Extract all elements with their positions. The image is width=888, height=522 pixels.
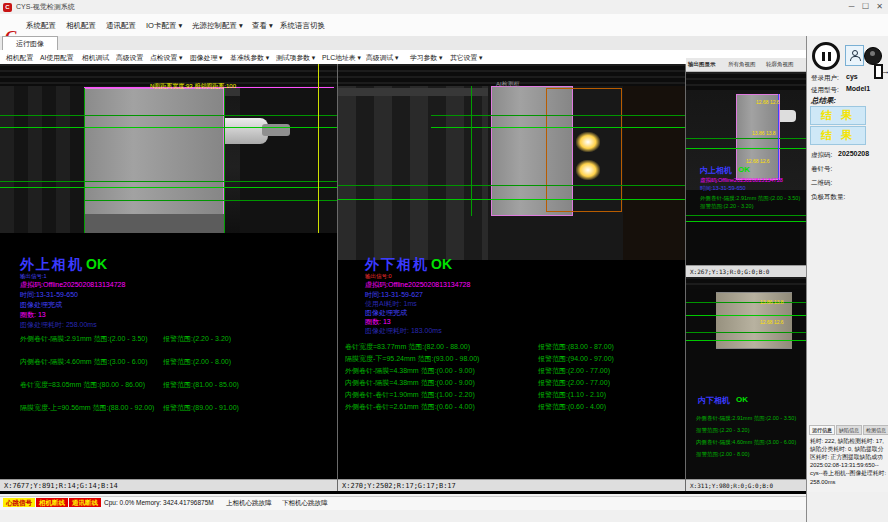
log-tab-defect[interactable]: 缺陷信息: [836, 425, 862, 435]
mini-top-measure: 外侧卷针-隔膜:2.91mm 范围:(2.00 - 3.50): [700, 195, 800, 202]
log-text: 耗时: 222, 缺陷检测耗时: 17, 缺陷分类耗时: 0, 缺陷提取分区耗时…: [807, 435, 888, 492]
tool-spotcheck-set[interactable]: 点检设置 ▾: [150, 53, 183, 63]
center-status-ok: OK: [431, 256, 452, 272]
center-alarm-row: 报警范围:(2.00 - 77.00): [538, 378, 610, 388]
menu-light-config[interactable]: 光源控制配置 ▾: [192, 21, 243, 31]
left-time: 时间:13-31-59-650: [20, 290, 78, 300]
mini-bottom-measure: 外侧卷针-隔膜:2.91mm 范围:(2.00 - 3.50): [696, 415, 796, 422]
left-signal: 输出信号:1: [20, 273, 47, 280]
tool-camera-config[interactable]: 相机配置: [6, 53, 33, 63]
center-alarm-row: 报警范围:(94.00 - 97.00): [538, 354, 614, 364]
pause-icon: [822, 52, 825, 61]
mini-tab-output[interactable]: 输出图显示: [688, 61, 716, 68]
app-window: C CYS-视觉检测系统 ─ ☐ ✕ C 系统配置 相机配置 通讯配置 IO卡配…: [0, 0, 888, 522]
menu-io-config[interactable]: IO卡配置 ▾: [146, 21, 182, 31]
mini-top-label: 13.86 13.8: [752, 130, 776, 136]
mini-bottom-view[interactable]: 13.86 13.8 12.68 12.6 内下相机 OK 外侧卷针-隔膜:2.…: [686, 277, 806, 479]
left-process-done: 图像处理完成: [20, 300, 62, 310]
left-camera-image: N面距离宽度:93 相邻间距离:100: [0, 64, 337, 233]
mini-top-coordinate-bar: X:267;Y:13;R:0;G:0;B:0: [686, 265, 806, 277]
center-signal: 输出信号:0: [365, 273, 392, 280]
user-button[interactable]: [845, 45, 864, 66]
mini-tab-contour[interactable]: 轮廓角视图: [766, 61, 794, 68]
tool-test-param[interactable]: 测试项参数 ▾: [276, 53, 315, 63]
tool-learn-param[interactable]: 学习参数 ▾: [410, 53, 443, 63]
mini-bottom-title: 内下相机: [698, 395, 730, 406]
left-measure-row: 内侧卷针-隔膜:4.60mm 范围:(3.00 - 6.00): [20, 357, 148, 367]
left-turn-count: 圈数: 13: [20, 310, 46, 320]
title-bar: C CYS-视觉检测系统 ─ ☐ ✕: [0, 0, 888, 15]
mini-bottom-label: 13.86 13.8: [760, 299, 784, 305]
heartbeat-badge: 心跳信号: [3, 498, 35, 507]
left-coordinate-bar: X:7677;Y:891;R:14;G:14;B:14: [0, 479, 337, 491]
exit-arrow-icon: →: [881, 66, 888, 76]
log-panel: 运行信息 缺陷信息 检测信息 耗时: 222, 缺陷检测耗时: 17, 缺陷分类…: [806, 424, 888, 492]
left-measure-row: 卷针宽度=83.05mm 范围:(80.00 - 86.00): [20, 380, 145, 390]
log-tab-run[interactable]: 运行信息: [809, 425, 835, 435]
center-measure-row: 隔膜宽度-下=95.24mm 范围:(93.00 - 98.00): [345, 354, 479, 364]
mini-top-ok: OK: [738, 165, 750, 174]
result-box-1: 结 果: [810, 106, 866, 125]
minimize-icon[interactable]: ─: [845, 1, 858, 12]
center-camera-image: AI检测框: [338, 64, 685, 260]
model-value[interactable]: Model1: [846, 85, 870, 92]
logout-button[interactable]: →: [874, 63, 888, 82]
tool-ai-config[interactable]: AI使用配置: [40, 53, 74, 63]
login-user-label: 登录用户:: [811, 74, 839, 83]
center-measure-row: 内侧卷针-卷针=1.90mm 范围:(1.00 - 2.20): [345, 390, 475, 400]
mini-tab-angles[interactable]: 所有角视图: [728, 61, 756, 68]
mini-top-view[interactable]: 12.68 12.6 13.86 13.8 12.68 12.6 内上相机 OK…: [686, 72, 806, 265]
virtual-code-value: 20250208: [838, 150, 869, 157]
mini-bottom-measure: 内侧卷针-隔膜:4.60mm 范围:(3.00 - 6.00): [696, 439, 796, 446]
center-measure-row: 外侧卷针-隔膜=4.38mm 范围:(0.00 - 9.00): [345, 366, 475, 376]
app-icon: C: [3, 3, 12, 12]
pause-icon: [828, 52, 831, 61]
close-icon[interactable]: ✕: [873, 1, 886, 12]
camera-offline-badge: 相机断线: [36, 498, 68, 507]
center-measure-row: 外侧卷针-卷针=2.61mm 范围:(0.60 - 4.00): [345, 402, 475, 412]
left-measure-row: 外侧卷针-隔膜:2.91mm 范围:(2.00 - 3.50): [20, 334, 148, 344]
mini-bottom-ok: OK: [736, 395, 748, 404]
pause-button[interactable]: [812, 42, 840, 70]
mini-top-alarm: 报警范围:(2.20 - 3.20): [700, 203, 754, 210]
tool-other-set[interactable]: 其它设置 ▾: [450, 53, 483, 63]
left-alarm-row: 报警范围:(2.20 - 3.20): [163, 334, 231, 344]
log-tab-detect[interactable]: 检测信息: [863, 425, 888, 435]
left-process-time: 图像处理耗时: 258.00ms: [20, 320, 97, 330]
left-alarm-row: 报警范围:(89.00 - 91.00): [163, 403, 239, 413]
left-camera-title: 外上相机: [20, 256, 84, 274]
left-alarm-row: 报警范围:(81.00 - 85.00): [163, 380, 239, 390]
maximize-icon[interactable]: ☐: [859, 1, 872, 12]
model-label: 使用型号:: [811, 86, 839, 95]
virtual-code-label: 虚拟码:: [811, 151, 832, 160]
tab-run-image[interactable]: 运行图像: [2, 36, 58, 50]
menu-camera-config[interactable]: 相机配置: [66, 21, 96, 31]
mini-top-label: 12.68 12.6: [756, 99, 780, 105]
center-measure-row: 卷针宽度=83.77mm 范围:(82.00 - 88.00): [345, 342, 470, 352]
lower-camera-status: 下相机心跳故障: [282, 499, 328, 508]
center-image-label: AI检测框: [496, 80, 520, 89]
user-icon: [850, 50, 860, 61]
left-cell-region: [84, 88, 224, 233]
mini-bottom-label: 12.68 12.6: [760, 319, 784, 325]
tool-baseline-param[interactable]: 基准线参数 ▾: [230, 53, 269, 63]
center-barcode: 虚拟码:Offline2025020813134728: [365, 280, 470, 290]
menu-language-switch[interactable]: 系统语言切换: [280, 21, 325, 31]
menu-comm-config[interactable]: 通讯配置: [106, 21, 136, 31]
mini-bottom-alarm: 报警范围:(2.20 - 3.20): [696, 427, 750, 434]
center-process-time: 图像处理耗时: 183.00ms: [365, 326, 442, 336]
center-coordinate-bar: X:270;Y:2502;R:17;G:17;B:17: [338, 479, 685, 491]
tool-camera-debug[interactable]: 相机调试: [82, 53, 109, 63]
center-alarm-row: 报警范围:(1.10 - 2.10): [538, 390, 606, 400]
tool-advanced-set[interactable]: 高级设置: [116, 53, 143, 63]
tool-image-process[interactable]: 图像处理 ▾: [190, 53, 223, 63]
memory-usage: Memory: 3424.41796875M: [136, 499, 214, 506]
menu-system-config[interactable]: 系统配置: [26, 21, 56, 31]
center-alarm-row: 报警范围:(83.00 - 87.00): [538, 342, 614, 352]
tool-plc-table[interactable]: PLC地址表 ▾: [322, 53, 361, 63]
comm-offline-badge: 通讯断线: [69, 498, 101, 507]
tool-advanced-debug[interactable]: 高级调试 ▾: [366, 53, 399, 63]
pin-number-label: 卷针号:: [811, 165, 832, 174]
mini-top-time: 时间:13-31-59-650: [700, 185, 746, 192]
menu-view[interactable]: 查看 ▾: [252, 21, 273, 31]
